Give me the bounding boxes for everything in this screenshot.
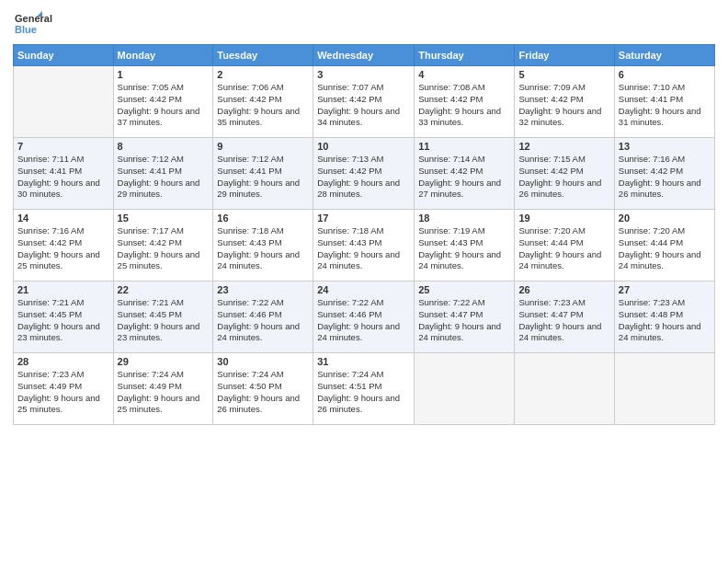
day-number: 3: [317, 69, 410, 80]
day-cell: 19Sunrise: 7:20 AMSunset: 4:44 PMDayligh…: [515, 210, 614, 282]
day-cell: 6Sunrise: 7:10 AMSunset: 4:41 PMDaylight…: [614, 66, 714, 138]
day-number: 7: [17, 141, 109, 152]
day-cell: 27Sunrise: 7:23 AMSunset: 4:48 PMDayligh…: [614, 282, 714, 353]
day-cell: 25Sunrise: 7:22 AMSunset: 4:47 PMDayligh…: [415, 282, 515, 353]
logo: General Blue: [13, 9, 77, 39]
day-number: 16: [217, 213, 309, 224]
day-cell: 17Sunrise: 7:18 AMSunset: 4:43 PMDayligh…: [313, 210, 415, 282]
day-number: 18: [418, 213, 510, 224]
day-info: Sunrise: 7:18 AMSunset: 4:43 PMDaylight:…: [217, 225, 309, 272]
day-info: Sunrise: 7:15 AMSunset: 4:42 PMDaylight:…: [518, 154, 609, 201]
day-info: Sunrise: 7:19 AMSunset: 4:43 PMDaylight:…: [418, 225, 510, 272]
day-cell: 22Sunrise: 7:21 AMSunset: 4:45 PMDayligh…: [113, 282, 213, 353]
day-number: 11: [418, 141, 510, 152]
logo-icon: General Blue: [13, 9, 77, 39]
day-cell: 29Sunrise: 7:24 AMSunset: 4:49 PMDayligh…: [113, 353, 213, 425]
day-info: Sunrise: 7:11 AMSunset: 4:41 PMDaylight:…: [17, 154, 109, 201]
day-number: 25: [418, 284, 510, 295]
day-cell: [14, 66, 114, 138]
day-cell: 31Sunrise: 7:24 AMSunset: 4:51 PMDayligh…: [313, 353, 415, 425]
day-cell: 12Sunrise: 7:15 AMSunset: 4:42 PMDayligh…: [515, 138, 614, 210]
day-cell: 28Sunrise: 7:23 AMSunset: 4:49 PMDayligh…: [14, 353, 114, 425]
day-cell: 7Sunrise: 7:11 AMSunset: 4:41 PMDaylight…: [14, 138, 114, 210]
day-number: 8: [118, 141, 210, 152]
day-cell: [415, 353, 515, 425]
day-info: Sunrise: 7:12 AMSunset: 4:41 PMDaylight:…: [118, 154, 210, 201]
day-number: 22: [118, 284, 210, 295]
day-number: 26: [518, 284, 609, 295]
calendar-table: SundayMondayTuesdayWednesdayThursdayFrid…: [13, 44, 715, 425]
day-number: 14: [17, 213, 109, 224]
header-day-sunday: Sunday: [14, 45, 114, 66]
day-cell: 23Sunrise: 7:22 AMSunset: 4:46 PMDayligh…: [213, 282, 313, 353]
day-cell: [515, 353, 614, 425]
week-row-5: 28Sunrise: 7:23 AMSunset: 4:49 PMDayligh…: [14, 353, 715, 425]
day-info: Sunrise: 7:16 AMSunset: 4:42 PMDaylight:…: [619, 154, 711, 201]
day-info: Sunrise: 7:23 AMSunset: 4:47 PMDaylight:…: [518, 297, 609, 344]
day-cell: 5Sunrise: 7:09 AMSunset: 4:42 PMDaylight…: [515, 66, 614, 138]
day-cell: 30Sunrise: 7:24 AMSunset: 4:50 PMDayligh…: [213, 353, 313, 425]
day-cell: 4Sunrise: 7:08 AMSunset: 4:42 PMDaylight…: [415, 66, 515, 138]
day-number: 1: [118, 69, 210, 80]
day-cell: 11Sunrise: 7:14 AMSunset: 4:42 PMDayligh…: [415, 138, 515, 210]
day-number: 23: [217, 284, 309, 295]
day-info: Sunrise: 7:24 AMSunset: 4:50 PMDaylight:…: [217, 369, 309, 416]
header-day-thursday: Thursday: [415, 45, 515, 66]
day-cell: [614, 353, 714, 425]
day-cell: 8Sunrise: 7:12 AMSunset: 4:41 PMDaylight…: [113, 138, 213, 210]
day-number: 12: [518, 141, 609, 152]
header-row: SundayMondayTuesdayWednesdayThursdayFrid…: [14, 45, 715, 66]
day-cell: 13Sunrise: 7:16 AMSunset: 4:42 PMDayligh…: [614, 138, 714, 210]
day-info: Sunrise: 7:22 AMSunset: 4:46 PMDaylight:…: [317, 297, 410, 344]
day-cell: 2Sunrise: 7:06 AMSunset: 4:42 PMDaylight…: [213, 66, 313, 138]
week-row-1: 1Sunrise: 7:05 AMSunset: 4:42 PMDaylight…: [14, 66, 715, 138]
day-number: 6: [619, 69, 711, 80]
day-info: Sunrise: 7:18 AMSunset: 4:43 PMDaylight:…: [317, 225, 410, 272]
day-cell: 15Sunrise: 7:17 AMSunset: 4:42 PMDayligh…: [113, 210, 213, 282]
day-number: 2: [217, 69, 309, 80]
day-cell: 3Sunrise: 7:07 AMSunset: 4:42 PMDaylight…: [313, 66, 415, 138]
day-number: 15: [118, 213, 210, 224]
svg-text:General: General: [15, 13, 52, 24]
day-number: 4: [418, 69, 510, 80]
page-container: General Blue SundayMondayTuesdayWednesda…: [0, 0, 728, 563]
header-day-wednesday: Wednesday: [313, 45, 415, 66]
day-number: 19: [518, 213, 609, 224]
day-info: Sunrise: 7:10 AMSunset: 4:41 PMDaylight:…: [619, 82, 711, 129]
day-info: Sunrise: 7:23 AMSunset: 4:48 PMDaylight:…: [619, 297, 711, 344]
day-number: 17: [317, 213, 410, 224]
day-number: 10: [317, 141, 410, 152]
day-number: 30: [217, 356, 309, 367]
day-cell: 10Sunrise: 7:13 AMSunset: 4:42 PMDayligh…: [313, 138, 415, 210]
day-info: Sunrise: 7:05 AMSunset: 4:42 PMDaylight:…: [118, 82, 210, 129]
week-row-4: 21Sunrise: 7:21 AMSunset: 4:45 PMDayligh…: [14, 282, 715, 353]
day-info: Sunrise: 7:12 AMSunset: 4:41 PMDaylight:…: [217, 154, 309, 201]
day-info: Sunrise: 7:22 AMSunset: 4:47 PMDaylight:…: [418, 297, 510, 344]
day-number: 27: [619, 284, 711, 295]
day-number: 29: [118, 356, 210, 367]
day-number: 9: [217, 141, 309, 152]
day-info: Sunrise: 7:23 AMSunset: 4:49 PMDaylight:…: [17, 369, 109, 416]
day-number: 31: [317, 356, 410, 367]
day-info: Sunrise: 7:09 AMSunset: 4:42 PMDaylight:…: [518, 82, 609, 129]
day-number: 13: [619, 141, 711, 152]
header-day-saturday: Saturday: [614, 45, 714, 66]
day-info: Sunrise: 7:08 AMSunset: 4:42 PMDaylight:…: [418, 82, 510, 129]
header: General Blue: [13, 9, 715, 39]
day-cell: 9Sunrise: 7:12 AMSunset: 4:41 PMDaylight…: [213, 138, 313, 210]
day-number: 28: [17, 356, 109, 367]
day-info: Sunrise: 7:21 AMSunset: 4:45 PMDaylight:…: [118, 297, 210, 344]
day-cell: 14Sunrise: 7:16 AMSunset: 4:42 PMDayligh…: [14, 210, 114, 282]
day-info: Sunrise: 7:24 AMSunset: 4:51 PMDaylight:…: [317, 369, 410, 416]
day-info: Sunrise: 7:13 AMSunset: 4:42 PMDaylight:…: [317, 154, 410, 201]
day-cell: 20Sunrise: 7:20 AMSunset: 4:44 PMDayligh…: [614, 210, 714, 282]
week-row-2: 7Sunrise: 7:11 AMSunset: 4:41 PMDaylight…: [14, 138, 715, 210]
day-info: Sunrise: 7:20 AMSunset: 4:44 PMDaylight:…: [619, 225, 711, 272]
day-number: 5: [518, 69, 609, 80]
day-info: Sunrise: 7:22 AMSunset: 4:46 PMDaylight:…: [217, 297, 309, 344]
header-day-tuesday: Tuesday: [213, 45, 313, 66]
day-cell: 24Sunrise: 7:22 AMSunset: 4:46 PMDayligh…: [313, 282, 415, 353]
svg-text:Blue: Blue: [15, 24, 37, 35]
header-day-friday: Friday: [515, 45, 614, 66]
day-info: Sunrise: 7:07 AMSunset: 4:42 PMDaylight:…: [317, 82, 410, 129]
